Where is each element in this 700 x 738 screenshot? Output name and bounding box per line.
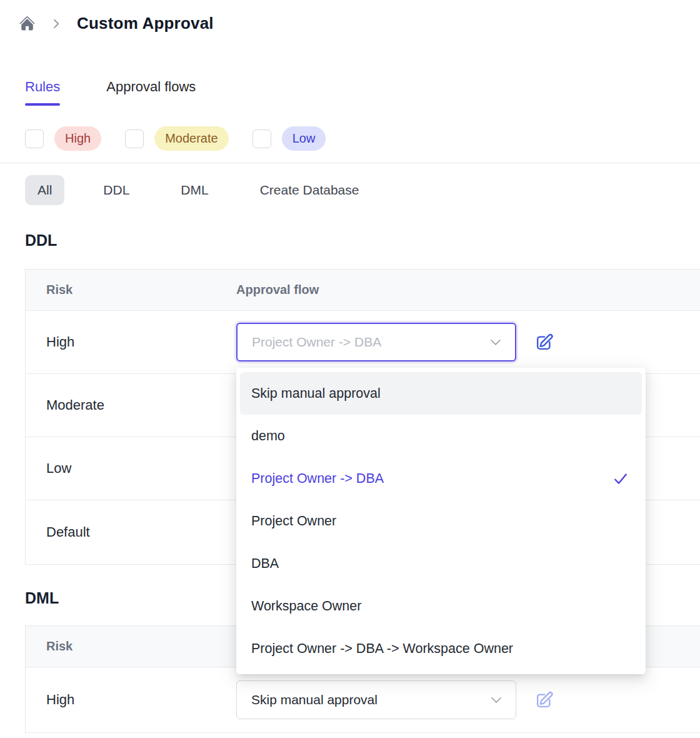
approval-flow-cell: Skip manual approval [236, 680, 555, 719]
approval-flow-cell: Project Owner -> DBA [236, 323, 555, 361]
edit-icon[interactable] [532, 689, 555, 711]
page-title: Custom Approval [77, 14, 214, 33]
risk-filter-moderate[interactable]: Moderate [125, 126, 229, 151]
dropdown-option-workspace-owner[interactable]: Workspace Owner [240, 585, 642, 627]
risk-cell: High [46, 334, 74, 350]
column-header-approval-flow: Approval flow [236, 283, 319, 297]
tab-bar: Rules Approval flows [25, 79, 196, 106]
risk-filter-low[interactable]: Low [252, 126, 326, 151]
dropdown-option-project-owner-dba-workspace-owner[interactable]: Project Owner -> DBA -> Workspace Owner [240, 627, 642, 670]
chevron-right-icon [49, 17, 63, 31]
approval-flow-select-ddl-high[interactable]: Project Owner -> DBA [236, 323, 516, 361]
risk-cell: High [46, 692, 74, 708]
dropdown-option-dba[interactable]: DBA [240, 542, 642, 585]
approval-flow-select-dml-high[interactable]: Skip manual approval [236, 680, 516, 719]
option-label: Workspace Owner [251, 599, 361, 614]
tab-approval-flows[interactable]: Approval flows [106, 79, 196, 106]
tab-rules[interactable]: Rules [25, 79, 60, 106]
risk-filter-bar: High Moderate Low [25, 126, 326, 151]
option-label: Skip manual approval [251, 386, 381, 402]
select-value: Project Owner -> DBA [238, 335, 381, 350]
approval-flow-dropdown: Skip manual approval demo Project Owner … [236, 368, 646, 674]
category-tab-bar: All DDL DML Create Database [25, 175, 371, 205]
category-tab-ddl[interactable]: DDL [91, 175, 142, 205]
check-icon [612, 470, 629, 487]
dropdown-option-demo[interactable]: demo [240, 415, 642, 457]
option-label: demo [251, 428, 285, 444]
select-value: Skip manual approval [237, 692, 378, 707]
category-tab-create-database[interactable]: Create Database [248, 175, 372, 205]
table-row-high: High Skip manual approval [26, 667, 700, 733]
divider [0, 163, 700, 163]
column-header-risk: Risk [46, 283, 72, 297]
dropdown-option-project-owner-dba[interactable]: Project Owner -> DBA [240, 457, 642, 500]
risk-filter-high[interactable]: High [25, 126, 101, 151]
ddl-section-title: DDL [25, 231, 57, 250]
moderate-checkbox[interactable] [125, 129, 144, 148]
home-icon[interactable] [19, 15, 36, 32]
high-checkbox[interactable] [25, 129, 44, 148]
chevron-down-icon [488, 334, 504, 350]
chevron-down-icon [488, 692, 504, 708]
ddl-table-header: Risk Approval flow [26, 270, 700, 311]
option-label: DBA [251, 556, 279, 572]
option-label: Project Owner -> DBA -> Workspace Owner [251, 641, 513, 657]
breadcrumb: Custom Approval [19, 14, 214, 33]
edit-icon[interactable] [532, 331, 555, 353]
option-label: Project Owner -> DBA [251, 471, 384, 487]
column-header-risk: Risk [46, 639, 72, 654]
risk-cell: Default [46, 524, 90, 540]
risk-cell: Moderate [46, 397, 104, 413]
dropdown-option-skip-manual-approval[interactable]: Skip manual approval [240, 372, 642, 415]
dml-section-title: DML [25, 589, 59, 607]
dropdown-option-project-owner[interactable]: Project Owner [240, 500, 642, 542]
risk-cell: Low [46, 460, 71, 477]
low-badge: Low [282, 126, 326, 151]
category-tab-all[interactable]: All [25, 175, 64, 205]
low-checkbox[interactable] [252, 129, 271, 148]
table-row-high: High Project Owner -> DBA [26, 311, 700, 374]
option-label: Project Owner [251, 513, 336, 529]
high-badge: High [54, 126, 101, 151]
moderate-badge: Moderate [154, 126, 229, 151]
category-tab-dml[interactable]: DML [168, 175, 221, 205]
custom-approval-page: Custom Approval Rules Approval flows Hig… [0, 0, 700, 738]
